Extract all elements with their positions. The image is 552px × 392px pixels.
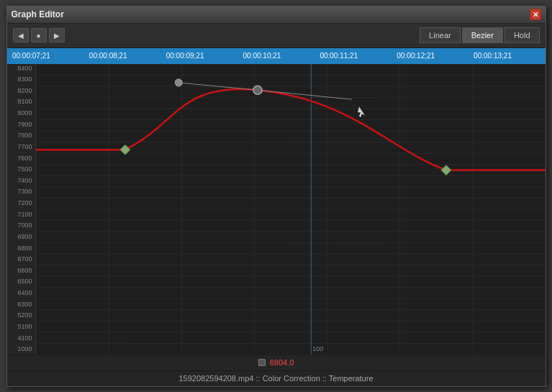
hold-button[interactable]: Hold (505, 27, 540, 43)
y-axis-label: 7200 (7, 200, 32, 206)
y-axis-label: 7600 (7, 155, 32, 162)
y-axis-label: 7100 (7, 211, 32, 218)
y-axis-label: 7000 (7, 222, 32, 229)
bezier-button[interactable]: Bezier (462, 27, 503, 43)
status-bar: 6804.0 (7, 355, 546, 370)
y-axis-label: 8000 (7, 110, 32, 117)
timeline-header: 00:00:07;2100:00:08;2100:00:09;2100:00:1… (7, 48, 546, 64)
y-axis-label: 6800 (7, 245, 32, 252)
timeline-label: 00:00:07;21 (12, 52, 50, 60)
y-axis-label: 8100 (7, 99, 32, 105)
footer-text: 1592082594208.mp4 :: Color Correction ::… (178, 374, 373, 383)
y-axis-label: 7900 (7, 122, 32, 128)
y-axis: 8400830082008100800079007800770076007500… (7, 64, 36, 355)
y-axis-label: 7800 (7, 132, 32, 139)
y-axis-label: 1000 (7, 346, 32, 352)
y-axis-label: 6900 (7, 234, 32, 240)
timeline-label: 00:00:10;21 (243, 52, 281, 60)
y-axis-label: 7400 (7, 178, 32, 184)
y-axis-label: 7700 (7, 144, 32, 150)
y-axis-label: 6400 (7, 290, 32, 296)
y-axis-label: 6700 (7, 256, 32, 263)
y-axis-label: 6300 (7, 301, 32, 308)
linear-button[interactable]: Linear (420, 27, 461, 43)
y-axis-label: 8300 (7, 76, 32, 83)
value-display: 6804.0 (270, 358, 294, 367)
home-button[interactable]: ● (31, 28, 47, 42)
y-axis-label: 6500 (7, 278, 32, 285)
window-title: Graph Editor (12, 9, 64, 19)
y-axis-label: 7500 (7, 166, 32, 173)
timeline-label: 00:00:11;21 (320, 52, 358, 60)
value-indicator (258, 359, 266, 366)
y-axis-label: 8400 (7, 65, 32, 72)
y-axis-label: 5200 (7, 312, 32, 319)
footer-label: 1592082594208.mp4 :: Color Correction ::… (7, 370, 546, 386)
timeline-label: 00:00:13;21 (474, 52, 512, 60)
y-axis-label: 7300 (7, 188, 32, 195)
y-axis-label: 8200 (7, 88, 32, 94)
timeline-label: 00:00:08;21 (89, 52, 127, 60)
prev-button[interactable]: ◀ (13, 28, 29, 42)
next-button[interactable]: ▶ (49, 28, 65, 42)
graph-editor-window: Graph Editor ✕ ◀ ● ▶ Linear Bezier Hold … (6, 6, 546, 387)
nav-buttons: ◀ ● ▶ (13, 28, 65, 42)
title-bar: Graph Editor ✕ (7, 6, 546, 24)
graph-area: 8400830082008100800079007800770076007500… (7, 64, 546, 355)
timeline-label: 00:00:09;21 (166, 52, 204, 60)
toolbar: ◀ ● ▶ Linear Bezier Hold (7, 24, 546, 48)
interpolation-buttons: Linear Bezier Hold (420, 27, 539, 43)
close-button[interactable]: ✕ (530, 9, 541, 20)
y-axis-label: 6600 (7, 268, 32, 274)
y-axis-label: 5100 (7, 324, 32, 330)
timeline-label: 00:00:12;21 (397, 52, 435, 60)
y-axis-label: 4100 (7, 335, 32, 342)
graph-canvas[interactable] (36, 64, 546, 355)
